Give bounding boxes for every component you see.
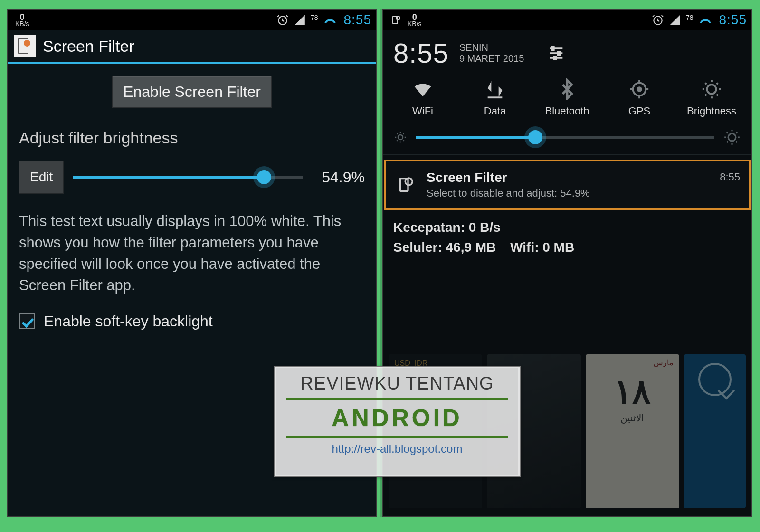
toggle-brightness[interactable]: Brightness <box>678 78 745 117</box>
quick-settings-toggles: WiFi Data Bluetooth GPS Brightness <box>383 74 751 120</box>
svg-rect-6 <box>554 56 556 59</box>
settings-sliders-icon[interactable] <box>547 44 566 63</box>
signal-icon <box>669 14 681 26</box>
speed-info: Kecepatan: 0 B/s Seluler: 46,9 MB Wifi: … <box>383 210 751 265</box>
speed-wifi: Wifi: 0 MB <box>510 240 574 255</box>
status-time: 8:55 <box>344 12 372 28</box>
quick-settings-header: 8:55 SENIN 9 MARET 2015 <box>383 30 751 74</box>
toggle-wifi[interactable]: WiFi <box>390 78 456 117</box>
calendar-widget: مارس ١٨ الاثنين <box>586 354 679 508</box>
app-title: Screen Filter <box>43 37 134 56</box>
svg-rect-4 <box>551 47 554 50</box>
brightness-section-title: Adjust filter brightness <box>19 129 365 147</box>
panel-date: SENIN 9 MARET 2015 <box>459 42 524 64</box>
status-time: 8:55 <box>719 12 747 28</box>
brightness-low-icon <box>393 130 408 144</box>
app-title-bar: Screen Filter <box>8 30 376 64</box>
screen-filter-status-icon <box>390 14 402 26</box>
svg-point-13 <box>405 178 412 185</box>
screen-filter-notification[interactable]: Screen Filter Select to disable and adju… <box>384 160 750 210</box>
softkey-backlight-checkbox[interactable] <box>19 313 35 329</box>
magnify-icon <box>698 363 732 396</box>
edit-button[interactable]: Edit <box>19 161 64 194</box>
toggle-data[interactable]: Data <box>462 78 528 117</box>
panel-time: 8:55 <box>393 37 449 69</box>
toggle-gps[interactable]: GPS <box>606 78 673 117</box>
svg-rect-5 <box>558 51 560 55</box>
watermark-line1: REVIEWKU TENTANG <box>284 373 510 394</box>
notification-time: 8:55 <box>720 171 740 183</box>
wifi-icon <box>412 78 434 100</box>
battery-arc-icon <box>323 13 337 27</box>
network-speed-indicator: 0 KB/s <box>408 13 422 27</box>
bluetooth-icon <box>556 78 578 100</box>
status-bar: 0 KB/s 78 8:55 <box>8 10 376 30</box>
gps-icon <box>628 78 650 100</box>
status-bar: 0 KB/s 78 8:55 <box>383 10 751 30</box>
brightness-value: 54.9% <box>313 169 365 186</box>
softkey-backlight-label: Enable soft-key backlight <box>44 313 213 330</box>
alarm-icon <box>276 14 289 26</box>
svg-point-8 <box>637 87 641 91</box>
brightness-high-icon <box>723 128 741 146</box>
signal-icon <box>294 14 306 26</box>
battery-arc-icon <box>698 13 712 27</box>
svg-point-10 <box>398 135 403 140</box>
speed-line1: Kecepatan: 0 B/s <box>393 218 741 238</box>
network-speed-indicator: 0 KB/s <box>15 13 29 27</box>
watermark-url: http://rev-all.blogspot.com <box>284 442 510 456</box>
brightness-icon <box>701 78 722 100</box>
enable-screen-filter-button[interactable]: Enable Screen Filter <box>112 76 272 108</box>
watermark-badge: REVIEWKU TENTANG ANDROID http://rev-all.… <box>274 366 521 477</box>
notification-app-icon <box>394 175 417 194</box>
toggle-bluetooth[interactable]: Bluetooth <box>534 78 600 117</box>
watermark-line2: ANDROID <box>284 404 510 432</box>
svg-point-11 <box>728 133 736 141</box>
quickpic-widget <box>684 354 746 508</box>
test-text: This test text usually displays in 100% … <box>19 211 365 296</box>
alarm-icon <box>652 14 664 26</box>
panel-brightness-slider[interactable] <box>416 128 714 147</box>
app-icon <box>14 35 36 57</box>
speed-cellular: Seluler: 46,9 MB <box>393 240 496 255</box>
data-icon <box>484 78 506 100</box>
battery-pct: 78 <box>311 14 318 21</box>
notification-title: Screen Filter <box>427 170 710 185</box>
notification-subtitle: Select to disable and adjust: 54.9% <box>427 187 710 200</box>
svg-point-9 <box>707 85 716 94</box>
brightness-slider[interactable] <box>73 168 303 187</box>
battery-pct: 78 <box>686 14 694 21</box>
brightness-slider-row <box>383 120 751 155</box>
